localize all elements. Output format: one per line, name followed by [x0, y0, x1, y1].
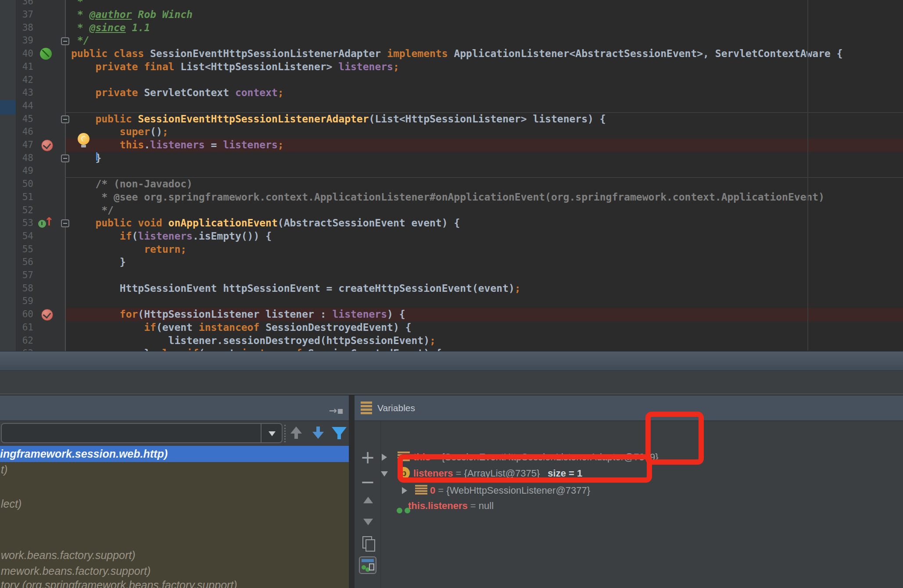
code-line-50: /* (non-Javadoc) — [71, 178, 193, 191]
right-margin-guide — [807, 0, 808, 351]
line-number: 63 — [0, 347, 33, 351]
panel-splitter[interactable] — [349, 395, 355, 588]
line-number: 43 — [0, 86, 33, 100]
line-number: 48 — [0, 152, 33, 165]
line-number: 60 — [0, 308, 33, 321]
breakpoint-icon-line-47[interactable] — [41, 140, 53, 151]
stack-frame-row[interactable]: lect) — [1, 497, 22, 511]
annotation-box-list-element — [398, 454, 652, 483]
code-editor[interactable]: 3637383940414243444546474849505152535455… — [0, 0, 903, 351]
breakpoint-icon-line-60[interactable] — [41, 309, 53, 321]
previous-frame-button[interactable] — [290, 427, 302, 441]
move-up-icon[interactable] — [363, 497, 373, 503]
fold-marker-39[interactable] — [61, 37, 69, 45]
debug-toolbar-band — [0, 370, 903, 394]
line-number: 51 — [0, 191, 33, 204]
expand-arrow-icon[interactable] — [402, 487, 407, 494]
code-line-39: */ — [71, 34, 90, 47]
stack-frame-row[interactable]: t) — [1, 463, 7, 477]
variables-panel-title: Variables — [377, 395, 415, 420]
code-line-52: */ — [71, 204, 114, 217]
add-watch-button[interactable]: + — [355, 448, 381, 466]
implements-arrow-icon: ↑ — [44, 216, 54, 227]
variables-panel-header: Variables — [355, 395, 903, 421]
frames-panel-header: →▪ — [0, 395, 349, 421]
chevron-down-icon — [269, 431, 276, 436]
thread-selector-combo[interactable] — [1, 423, 283, 443]
toolbar-separator — [284, 425, 286, 442]
selected-stack-frame[interactable]: ingframework.session.web.http) — [0, 446, 349, 462]
code-line-47: this.listeners = listeners; — [71, 139, 284, 152]
code-line-36: * — [71, 0, 83, 8]
code-line-61: if(event instanceof SessionDestroyedEven… — [71, 321, 411, 334]
combo-divider — [261, 424, 262, 442]
gutter-separator-line — [65, 0, 66, 351]
line-number: 39 — [0, 34, 33, 47]
debugger-area: →▪ ingframework.session.web.http) t) lec… — [0, 395, 903, 588]
code-line-63: } else if(event instanceof SessionCreate… — [71, 347, 442, 351]
line-number: 44 — [0, 100, 33, 113]
code-line-40: public class SessionEventHttpSessionList… — [71, 47, 843, 61]
fold-marker-48[interactable] — [61, 154, 69, 162]
remove-watch-button[interactable]: − — [355, 473, 381, 491]
line-number: 37 — [0, 8, 33, 22]
move-down-icon[interactable] — [363, 519, 373, 525]
code-line-38: * @since 1.1 — [71, 22, 150, 35]
line-number: 55 — [0, 243, 33, 256]
fold-marker-45[interactable] — [61, 115, 69, 123]
text-caret — [96, 152, 97, 161]
line-number: 47 — [0, 139, 33, 152]
line-number: 46 — [0, 125, 33, 139]
line-number: 52 — [0, 204, 33, 217]
code-line-60: for(HttpSessionListener listener : liste… — [71, 308, 405, 321]
line-number: 40 — [0, 47, 33, 61]
line-number: 42 — [0, 74, 33, 87]
line-number: 56 — [0, 256, 33, 269]
collapse-arrow-icon[interactable] — [381, 471, 388, 477]
intention-lightbulb-icon[interactable] — [78, 133, 90, 145]
line-number: 58 — [0, 282, 33, 295]
filter-frames-icon[interactable] — [332, 427, 347, 440]
stack-frames-list[interactable]: t) lect) work.beans.factory.support) mew… — [0, 462, 349, 588]
line-number: 45 — [0, 113, 33, 126]
line-number: 36 — [0, 0, 33, 8]
frames-toolbar — [0, 421, 349, 446]
line-number: 38 — [0, 22, 33, 35]
variables-tree[interactable]: this = {SessionEventHttpSessionListenerA… — [381, 421, 903, 588]
expand-arrow-icon[interactable] — [382, 454, 387, 461]
code-line-45: public SessionEventHttpSessionListenerAd… — [71, 113, 606, 126]
code-line-58: HttpSessionEvent httpSessionEvent = crea… — [71, 282, 521, 295]
annotation-box-object-id — [645, 412, 704, 465]
fold-marker-53[interactable] — [61, 219, 69, 227]
line-number: 57 — [0, 269, 33, 282]
line-number: 62 — [0, 334, 33, 348]
variable-row-element-0[interactable]: 0 = {WebHttpSessionListener@7377} — [381, 482, 903, 498]
line-number: 53 — [0, 217, 33, 230]
code-line-51: * @see org.springframework.context.Appli… — [71, 191, 824, 204]
code-line-37: * @author Rob Winch — [71, 8, 193, 22]
code-line-62: listener.sessionDestroyed(httpSessionEve… — [71, 334, 436, 348]
line-number: 54 — [0, 230, 33, 243]
stack-frame-row[interactable]: tory (org.springframework.beans.factory.… — [1, 578, 237, 588]
code-line-41: private final List<HttpSessionListener> … — [71, 61, 399, 74]
stack-frame-row[interactable]: work.beans.factory.support) — [1, 549, 136, 562]
code-line-54: if(listeners.isEmpty()) { — [71, 230, 272, 243]
line-number: 61 — [0, 321, 33, 334]
stack-frame-row[interactable]: mework.beans.factory.support) — [1, 564, 150, 578]
line-number: 50 — [0, 178, 33, 191]
dock-panel-icon[interactable]: →▪ — [329, 406, 344, 416]
line-number: 41 — [0, 61, 33, 74]
tool-window-header-band — [0, 351, 903, 370]
show-values-inline-button[interactable] — [359, 556, 376, 574]
line-number: 49 — [0, 165, 33, 178]
code-line-53: public void onApplicationEvent(AbstractS… — [71, 217, 460, 230]
next-frame-button[interactable] — [312, 427, 324, 441]
watch-row-this-listeners[interactable]: this.listeners = null — [381, 498, 903, 514]
ide-debug-screenshot: 3637383940414243444546474849505152535455… — [0, 0, 903, 588]
code-line-43: private ServletContext context; — [71, 86, 284, 100]
variables-toolbar: + − — [355, 421, 381, 588]
duplicate-icon[interactable] — [362, 536, 372, 549]
spring-bean-gutter-icon[interactable] — [40, 48, 52, 60]
variables-panel-icon — [361, 402, 372, 415]
code-line-56: } — [71, 256, 126, 269]
